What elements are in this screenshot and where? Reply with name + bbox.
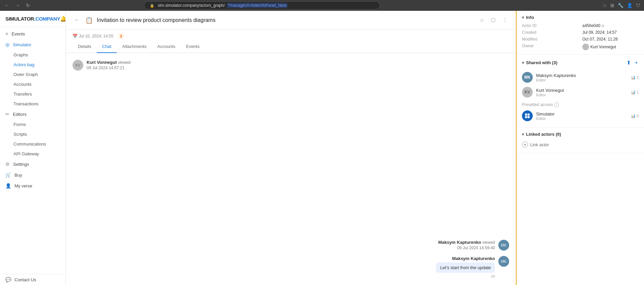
link-actor-button[interactable]: + Link actor — [522, 140, 549, 149]
chart-icon-simulator: 📊 — [631, 114, 636, 118]
document-icon: 📋 — [85, 17, 93, 24]
sidebar-item-actors-bag[interactable]: Actors bag — [0, 60, 65, 70]
meta-date: 📅 Jul 10, 2024; 14:55 — [72, 34, 113, 38]
modified-label: Modified — [522, 37, 578, 42]
extension-icon[interactable]: 🔧 — [617, 2, 624, 9]
person-role-mk: Editor — [536, 78, 627, 82]
sidebar-item-communications[interactable]: Communications — [0, 139, 65, 149]
browser-bar: ← → ↻ 🔒 sim.simulator.company/actors_gra… — [0, 0, 644, 11]
content-header: ← 📋 Invitation to review product compone… — [66, 11, 516, 30]
sidebar-item-settings[interactable]: ⚙ Settings — [0, 159, 65, 170]
person-role-kv: Editor — [536, 93, 627, 97]
url-text: sim.simulator.company/actors_graph/ — [158, 3, 225, 8]
screenshot-icon[interactable]: ⊞ — [610, 2, 615, 9]
info-title: ▾ Info — [522, 15, 534, 20]
meta-row: 📅 Jul 10, 2024; 14:55 2 — [66, 30, 516, 39]
sender-name-2: Maksym Kapturenko — [438, 240, 481, 245]
tabs-bar: Details Chat Attachments Accounts Events — [66, 41, 516, 53]
action-text-2: viewed — [482, 240, 495, 245]
owner-avatar — [582, 44, 589, 50]
sidebar-logo: SIMULATOR.COMPANY 🔔 — [0, 11, 65, 27]
tab-chat[interactable]: Chat — [97, 41, 117, 53]
sidebar-item-api-gateway[interactable]: API Gateway — [0, 149, 65, 159]
sidebar-item-events[interactable]: ≡ Events — [0, 28, 65, 39]
created-label: Created — [522, 30, 578, 35]
star-button[interactable]: ☆ — [478, 16, 486, 25]
plus-circle-icon: + — [522, 141, 528, 148]
person-info-mk: Maksym Kapturenko Editor — [536, 73, 627, 82]
more-button[interactable]: ⋮ — [501, 16, 509, 25]
browser-actions: ☆ ⊞ 🔧 👤 🛡 — [602, 2, 641, 9]
reload-btn[interactable]: ↻ — [24, 2, 32, 9]
sidebar-item-my-verse[interactable]: 👤 My verse — [0, 180, 65, 191]
copy-icon[interactable]: ⧉ — [602, 24, 604, 28]
profile-icon[interactable]: 👤 — [626, 2, 633, 9]
sidebar-item-contact-us[interactable]: 💬 Contact Us — [0, 274, 65, 285]
right-info-panel: ▾ Info Actor ID a456e0d0 ⧉ Created Jul 0… — [516, 11, 644, 285]
tab-accounts[interactable]: Accounts — [152, 41, 180, 53]
created-value: Jul 09, 2024; 14:57 — [582, 30, 639, 35]
chat-icon: 💬 — [5, 277, 11, 282]
sidebar-item-transactions[interactable]: Transactions — [0, 99, 65, 109]
owner-value: Kurt Vonnegut — [582, 44, 639, 50]
forward-nav-btn[interactable]: → — [13, 2, 22, 9]
sidebar-item-outer-graph[interactable]: Outer Graph — [0, 70, 65, 79]
avatar-mk: MK — [522, 72, 533, 83]
linked-actors-title: ▾ Linked actors (0) — [522, 132, 561, 137]
chevron-down-icon[interactable]: ▾ — [522, 15, 524, 20]
info-grid: Actor ID a456e0d0 ⧉ Created Jul 09, 2024… — [522, 23, 639, 50]
tab-events[interactable]: Events — [181, 41, 205, 53]
back-nav-btn[interactable]: ← — [3, 2, 11, 9]
actor-id-value: a456e0d0 ⧉ — [582, 23, 639, 28]
tab-details[interactable]: Details — [72, 41, 97, 53]
person-icon: 👤 — [5, 183, 11, 188]
url-bar[interactable]: 🔒 sim.simulator.company/actors_graph/ ?m… — [144, 1, 380, 9]
tab-attachments[interactable]: Attachments — [117, 41, 152, 53]
back-button[interactable]: ← — [72, 15, 81, 25]
timestamp-1: 09 Jul 2024 14:57:21 — [87, 66, 130, 70]
sidebar-item-accounts[interactable]: Accounts — [0, 79, 65, 89]
chart-icon-mk: 📊 — [631, 75, 636, 80]
list-icon: ≡ — [5, 31, 8, 36]
info-section-header: ▾ Info — [522, 15, 639, 20]
shared-chevron-icon[interactable]: ▾ — [522, 60, 524, 65]
avatar-kv: KV — [522, 87, 533, 98]
share-up-button[interactable]: ⬆ — [626, 59, 632, 67]
notification-bell-icon[interactable]: 🔔 — [60, 16, 66, 22]
count-badge: 2 — [118, 33, 124, 39]
sidebar-item-simulator[interactable]: ◎ Simulator — [0, 39, 65, 50]
svg-rect-2 — [525, 116, 527, 118]
person-info-kv: Kurt Vonnegut Editor — [536, 88, 627, 97]
chat-area: KV Kurt Vonnegut viewed 09 Jul 2024 14:5… — [66, 53, 516, 285]
modified-value: Oct 07, 2024; 11:26 — [582, 37, 639, 42]
sidebar-item-graphs[interactable]: Graphs — [0, 50, 65, 60]
sidebar-item-scripts[interactable]: Scripts — [0, 129, 65, 139]
shared-person-simulator: Simulator Editor 📊 0 — [522, 108, 639, 123]
owner-label: Owner — [522, 44, 578, 50]
url-highlight: ?manageUI=hideInfoPanel_false — [227, 3, 288, 8]
lock-icon: 🔒 — [148, 3, 156, 8]
person-name-mk: Maksym Kapturenko — [536, 73, 627, 78]
chart-icon-kv: 📊 — [631, 90, 636, 95]
share-button[interactable]: ⬡ — [490, 16, 497, 25]
sidebar-item-forms[interactable]: Forms — [0, 120, 65, 129]
shared-person-kv: KV Kurt Vonnegut Editor 📊 1 — [522, 85, 639, 100]
bookmark-icon[interactable]: ☆ — [602, 2, 608, 9]
svg-rect-3 — [528, 116, 530, 118]
add-shared-button[interactable]: + — [634, 59, 639, 67]
sidebar-item-editors[interactable]: ✏ Editors — [0, 109, 65, 120]
logo-text: SIMULATOR.COMPANY — [5, 16, 60, 22]
info-section: ▾ Info Actor ID a456e0d0 ⧉ Created Jul 0… — [517, 11, 644, 55]
sidebar-item-transfers[interactable]: Transfers — [0, 89, 65, 99]
linked-chevron-icon[interactable]: ▾ — [522, 132, 524, 137]
shield-icon[interactable]: 🛡 — [635, 2, 641, 9]
simulator-icon: ◎ — [5, 42, 9, 47]
preseted-access-label: Presetted access i — [522, 102, 639, 107]
message-time-3: 1h — [436, 274, 495, 278]
person-name-kv: Kurt Vonnegut — [536, 88, 627, 93]
person-count-mk: 📊 2 — [631, 75, 639, 80]
timestamp-2: 09 Jul 2024 14:59:40 — [438, 245, 495, 250]
sidebar-item-buy[interactable]: 🛒 Buy — [0, 170, 65, 180]
header-actions: ☆ ⬡ ⋮ — [478, 16, 509, 25]
info-circle-icon[interactable]: i — [554, 102, 559, 107]
